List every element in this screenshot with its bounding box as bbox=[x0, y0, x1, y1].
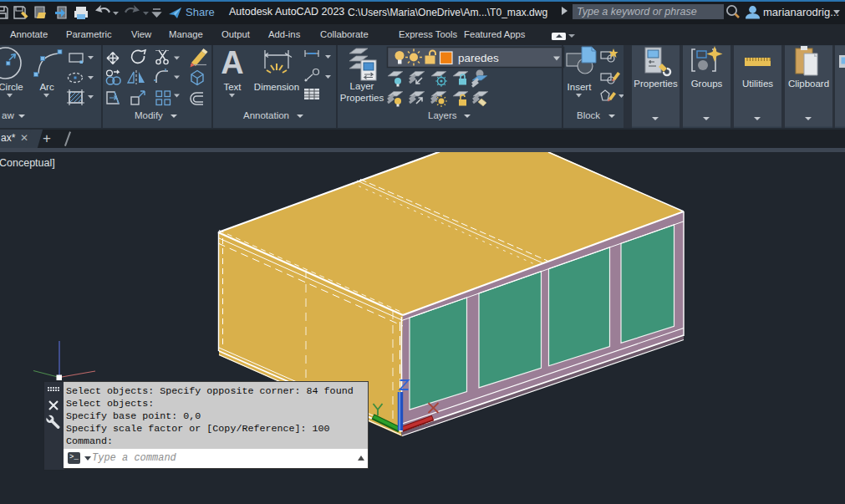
svg-text:paredes: paredes bbox=[458, 52, 499, 64]
svg-text:A: A bbox=[221, 45, 243, 80]
